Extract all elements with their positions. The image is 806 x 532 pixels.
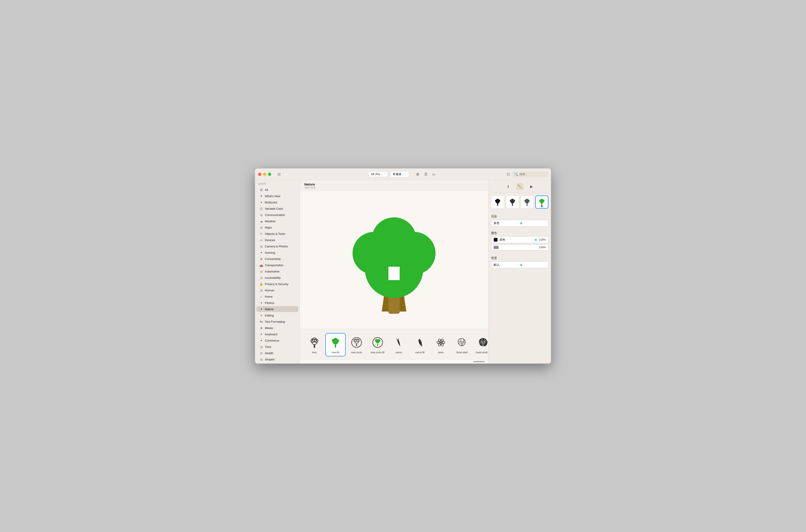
sidebar-item-keyboard[interactable]: ✦ Keyboard bbox=[256, 331, 298, 337]
sidebar-item-human[interactable]: ◎ Human bbox=[256, 287, 298, 293]
sidebar-item-connectivity[interactable]: ⊕ Connectivity bbox=[256, 256, 298, 262]
sidebar-item-variable-color[interactable]: ◫ Variable Color bbox=[256, 206, 298, 211]
gaming-icon: ✦ bbox=[260, 251, 263, 254]
icon-item-atom[interactable]: atom bbox=[431, 334, 451, 356]
sidebar-item-automotive[interactable]: ◎ Automotive bbox=[256, 268, 298, 274]
variable-color-icon: ◫ bbox=[260, 207, 263, 210]
edit-tab[interactable]: ✏️ bbox=[516, 183, 523, 190]
icon-item-tree-fill[interactable]: tree.fill bbox=[325, 333, 346, 356]
bg-label: 背景 bbox=[491, 256, 548, 260]
style-selector[interactable]: 常规体 ⌄ ⌃ bbox=[390, 171, 409, 177]
sidebar-item-devices[interactable]: ▭ Devices bbox=[256, 237, 298, 243]
list-view-toggle[interactable]: ☰ bbox=[422, 171, 429, 177]
icon-item-tree-circle-fill[interactable]: tree.circle.fill bbox=[368, 334, 388, 356]
grid-view-toggle[interactable]: ⊞ bbox=[414, 171, 421, 177]
sidebar-item-transportation[interactable]: 🚗 Transportation bbox=[256, 262, 298, 268]
fossil-shell-icon-thumb bbox=[455, 336, 469, 349]
close-button[interactable] bbox=[258, 173, 261, 176]
maps-icon: ◎ bbox=[260, 226, 263, 229]
svg-rect-11 bbox=[335, 344, 336, 348]
color-row-secondary[interactable]: 100% bbox=[491, 245, 548, 250]
whats-new-icon: ✦ bbox=[260, 194, 263, 198]
automotive-icon: ◎ bbox=[260, 270, 263, 273]
weather-icon: ☁ bbox=[260, 220, 263, 223]
svg-point-34 bbox=[496, 199, 499, 202]
style-selector-label: 常规体 bbox=[393, 172, 401, 176]
preview-icon-1 bbox=[491, 195, 504, 209]
sidebar-item-objects-tools[interactable]: ⊓ Objects & Tools bbox=[256, 231, 298, 236]
sidebar-item-weather[interactable]: ☁ Weather bbox=[256, 218, 298, 224]
sidebar-item-maps[interactable]: ◎ Maps bbox=[256, 225, 298, 230]
right-panel-tabs: ℹ ✏️ ▶ bbox=[491, 183, 548, 192]
sidebar-item-text-formatting[interactable]: Aa Text Formatting bbox=[256, 319, 298, 325]
icon-item-fossil-shell[interactable]: fossil.shell bbox=[452, 334, 472, 356]
svg-rect-17 bbox=[356, 344, 357, 346]
fitness-icon: ✦ bbox=[260, 301, 263, 305]
sidebar: SF符号 ⊞ All ✦ What's New ✦ Multicolor ◫ V… bbox=[255, 180, 300, 364]
editing-icon: ≡ bbox=[260, 314, 263, 317]
commerce-icon: ✦ bbox=[260, 339, 263, 342]
sidebar-item-editing[interactable]: ≡ Editing bbox=[256, 312, 298, 318]
render-dropdown[interactable]: 多色 ⊕ bbox=[491, 220, 548, 227]
sidebar-item-human-label: Human bbox=[265, 289, 274, 292]
maximize-button[interactable] bbox=[268, 173, 271, 176]
sidebar-item-fitness[interactable]: ✦ Fitness bbox=[256, 300, 298, 306]
font-chevron-icon: ⌄ bbox=[381, 173, 383, 175]
bg-dropdown[interactable]: 默认 ⊕ bbox=[491, 262, 548, 268]
nature-icon: ✦ bbox=[260, 307, 263, 311]
icon-strip: tree tree.fill bbox=[300, 329, 488, 360]
info-icon: ℹ bbox=[507, 184, 509, 189]
play-tab[interactable]: ▶ bbox=[528, 183, 535, 190]
content-subtitle: 289个符号 bbox=[304, 186, 484, 190]
sidebar-item-time-label: Time bbox=[265, 345, 271, 348]
sidebar-item-commerce[interactable]: ✦ Commerce bbox=[256, 338, 298, 343]
color-row-primary[interactable]: 原色 ⊕ 100% bbox=[491, 236, 548, 243]
sidebar-item-nature[interactable]: ✦ Nature bbox=[256, 306, 298, 312]
sidebar-item-home[interactable]: ⌂ Home bbox=[256, 293, 298, 299]
sidebar-item-text-formatting-label: Text Formatting bbox=[265, 320, 285, 323]
selected-dot bbox=[541, 206, 543, 207]
sidebar-item-time[interactable]: ◎ Time bbox=[256, 344, 298, 350]
sidebar-item-accessibility[interactable]: ◎ Accessibility bbox=[256, 275, 298, 281]
minimize-button[interactable] bbox=[263, 173, 266, 176]
svg-point-20 bbox=[357, 339, 359, 342]
sidebar-item-arrows[interactable]: → Arrows bbox=[256, 363, 298, 364]
sidebar-item-all[interactable]: ⊞ All bbox=[256, 187, 298, 193]
search-input[interactable] bbox=[519, 172, 545, 176]
sidebar-item-health[interactable]: ◎ Health bbox=[256, 350, 298, 356]
all-icon: ⊞ bbox=[260, 188, 263, 192]
color-stepper[interactable]: ⊕ bbox=[534, 238, 537, 242]
right-panel-toggle[interactable]: ⊟ bbox=[507, 172, 510, 177]
info-tab[interactable]: ℹ bbox=[504, 183, 512, 190]
carrot-fill-icon-thumb bbox=[413, 336, 426, 349]
svg-point-25 bbox=[378, 339, 380, 342]
search-bar[interactable]: 🔍 bbox=[512, 171, 548, 177]
sidebar-item-privacy-security[interactable]: 🔒 Privacy & Security bbox=[256, 281, 298, 287]
icon-item-fossil-shell-fill[interactable]: fossil.shell.fill bbox=[473, 334, 488, 356]
style-chevron-icon: ⌄ bbox=[402, 173, 404, 175]
icon-item-tree[interactable]: tree bbox=[304, 334, 325, 356]
svg-point-19 bbox=[354, 339, 357, 342]
sidebar-item-communication[interactable]: ◎ Communication bbox=[256, 212, 298, 218]
sidebar-item-privacy-security-label: Privacy & Security bbox=[265, 282, 288, 286]
privacy-icon: 🔒 bbox=[260, 282, 263, 286]
traffic-lights bbox=[258, 173, 271, 176]
sidebar-item-gaming[interactable]: ✦ Gaming bbox=[256, 250, 298, 255]
sidebar-item-camera-photos[interactable]: ◎ Camera & Photos bbox=[256, 243, 298, 249]
icon-item-tree-circle[interactable]: tree.circle bbox=[346, 334, 367, 356]
icon-item-carrot[interactable]: carrot bbox=[389, 334, 409, 356]
sidebar-item-connectivity-label: Connectivity bbox=[265, 257, 281, 261]
icon-item-carrot-label: carrot bbox=[396, 351, 402, 354]
view-toggles: ⊞ ☰ ▭ bbox=[414, 171, 438, 177]
scrollbar-thumb[interactable] bbox=[474, 361, 485, 362]
icon-item-carrot-fill[interactable]: carrot.fill bbox=[410, 334, 430, 356]
sidebar-item-media[interactable]: ⊕ Media bbox=[256, 325, 298, 331]
sidebar-item-multicolor[interactable]: ✦ Multicolor bbox=[256, 200, 298, 205]
sidebar-item-shapes[interactable]: ◎ Shapes bbox=[256, 356, 298, 362]
font-selector[interactable]: SF Pro ⌄ ⌃ bbox=[368, 171, 388, 177]
gallery-view-toggle[interactable]: ▭ bbox=[430, 171, 438, 177]
accessibility-icon: ◎ bbox=[260, 276, 263, 280]
sidebar-toggle-icon[interactable]: ⊞ bbox=[277, 172, 281, 177]
sidebar-item-whats-new[interactable]: ✦ What's New bbox=[256, 193, 298, 199]
color-value: 原色 bbox=[499, 238, 533, 242]
